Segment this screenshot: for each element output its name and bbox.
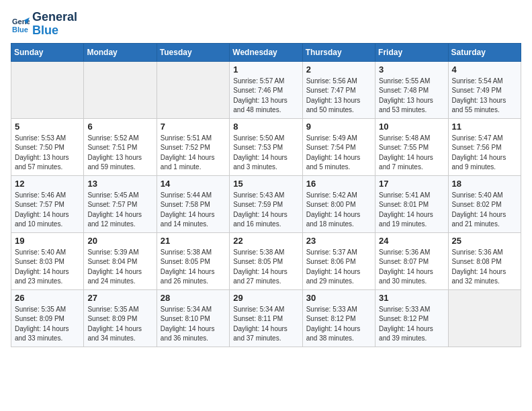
day-number: 16 — [306, 179, 371, 189]
day-info: Sunrise: 5:47 AMSunset: 7:56 PMDaylight:… — [452, 134, 517, 173]
day-info: Sunrise: 5:46 AMSunset: 7:57 PMDaylight:… — [15, 191, 80, 230]
calendar-week-row: 1Sunrise: 5:57 AMSunset: 7:46 PMDaylight… — [11, 61, 521, 118]
calendar-cell: 13Sunrise: 5:45 AMSunset: 7:57 PMDayligh… — [84, 175, 157, 232]
day-info: Sunrise: 5:44 AMSunset: 7:58 PMDaylight:… — [161, 191, 226, 230]
day-number: 17 — [379, 179, 444, 189]
weekday-header: Monday — [84, 43, 157, 61]
weekday-header: Thursday — [302, 43, 375, 61]
day-info: Sunrise: 5:56 AMSunset: 7:47 PMDaylight:… — [306, 77, 371, 116]
calendar-cell: 31Sunrise: 5:33 AMSunset: 8:12 PMDayligh… — [375, 289, 448, 347]
weekday-header: Wednesday — [230, 43, 302, 61]
calendar-cell: 29Sunrise: 5:34 AMSunset: 8:11 PMDayligh… — [230, 289, 302, 347]
day-number: 23 — [306, 236, 371, 246]
day-info: Sunrise: 5:37 AMSunset: 8:06 PMDaylight:… — [306, 248, 371, 287]
day-info: Sunrise: 5:34 AMSunset: 8:11 PMDaylight:… — [233, 305, 298, 344]
day-number: 30 — [306, 293, 371, 303]
calendar-cell: 26Sunrise: 5:35 AMSunset: 8:09 PMDayligh… — [11, 289, 84, 347]
logo-icon: General Blue — [11, 15, 30, 34]
day-number: 28 — [161, 293, 226, 303]
weekday-header: Tuesday — [157, 43, 229, 61]
calendar-cell: 5Sunrise: 5:53 AMSunset: 7:50 PMDaylight… — [11, 118, 84, 175]
day-info: Sunrise: 5:40 AMSunset: 8:03 PMDaylight:… — [15, 248, 80, 287]
day-number: 18 — [452, 179, 517, 189]
weekday-header: Sunday — [11, 43, 84, 61]
day-number: 24 — [379, 236, 444, 246]
calendar-cell: 27Sunrise: 5:35 AMSunset: 8:09 PMDayligh… — [84, 289, 157, 347]
calendar-week-row: 12Sunrise: 5:46 AMSunset: 7:57 PMDayligh… — [11, 175, 521, 232]
day-number: 4 — [452, 64, 517, 75]
calendar-cell: 14Sunrise: 5:44 AMSunset: 7:58 PMDayligh… — [157, 175, 229, 232]
day-number: 20 — [87, 236, 152, 246]
day-info: Sunrise: 5:33 AMSunset: 8:12 PMDaylight:… — [306, 305, 371, 344]
calendar-week-row: 26Sunrise: 5:35 AMSunset: 8:09 PMDayligh… — [11, 289, 521, 347]
day-number: 10 — [379, 122, 444, 132]
day-info: Sunrise: 5:38 AMSunset: 8:05 PMDaylight:… — [233, 248, 298, 287]
calendar-cell: 28Sunrise: 5:34 AMSunset: 8:10 PMDayligh… — [157, 289, 229, 347]
day-number: 27 — [87, 293, 152, 303]
calendar-cell: 10Sunrise: 5:48 AMSunset: 7:55 PMDayligh… — [375, 118, 448, 175]
day-info: Sunrise: 5:35 AMSunset: 8:09 PMDaylight:… — [87, 305, 152, 344]
calendar-cell: 7Sunrise: 5:51 AMSunset: 7:52 PMDaylight… — [157, 118, 229, 175]
day-info: Sunrise: 5:55 AMSunset: 7:48 PMDaylight:… — [379, 77, 444, 116]
calendar-cell: 19Sunrise: 5:40 AMSunset: 8:03 PMDayligh… — [11, 232, 84, 289]
day-info: Sunrise: 5:39 AMSunset: 8:04 PMDaylight:… — [87, 248, 152, 287]
day-number: 25 — [452, 236, 517, 246]
weekday-header-row: SundayMondayTuesdayWednesdayThursdayFrid… — [11, 43, 521, 61]
day-info: Sunrise: 5:34 AMSunset: 8:10 PMDaylight:… — [161, 305, 226, 344]
day-number: 2 — [306, 64, 371, 75]
day-info: Sunrise: 5:57 AMSunset: 7:46 PMDaylight:… — [233, 77, 298, 116]
day-info: Sunrise: 5:36 AMSunset: 8:08 PMDaylight:… — [452, 248, 517, 287]
calendar-cell: 8Sunrise: 5:50 AMSunset: 7:53 PMDaylight… — [230, 118, 302, 175]
day-info: Sunrise: 5:40 AMSunset: 8:02 PMDaylight:… — [452, 191, 517, 230]
day-number: 31 — [379, 293, 444, 303]
day-number: 12 — [15, 179, 80, 189]
calendar-week-row: 5Sunrise: 5:53 AMSunset: 7:50 PMDaylight… — [11, 118, 521, 175]
svg-text:Blue: Blue — [12, 26, 28, 34]
calendar-cell — [448, 289, 521, 347]
day-info: Sunrise: 5:49 AMSunset: 7:54 PMDaylight:… — [306, 134, 371, 173]
calendar-cell: 22Sunrise: 5:38 AMSunset: 8:05 PMDayligh… — [230, 232, 302, 289]
calendar-cell: 9Sunrise: 5:49 AMSunset: 7:54 PMDaylight… — [302, 118, 375, 175]
day-info: Sunrise: 5:52 AMSunset: 7:51 PMDaylight:… — [87, 134, 152, 173]
day-info: Sunrise: 5:42 AMSunset: 8:00 PMDaylight:… — [306, 191, 371, 230]
day-info: Sunrise: 5:33 AMSunset: 8:12 PMDaylight:… — [379, 305, 444, 344]
calendar-cell: 24Sunrise: 5:36 AMSunset: 8:07 PMDayligh… — [375, 232, 448, 289]
weekday-header: Saturday — [448, 43, 521, 61]
calendar-header: General Blue General Blue — [11, 11, 521, 38]
calendar-cell: 4Sunrise: 5:54 AMSunset: 7:49 PMDaylight… — [448, 61, 521, 118]
day-info: Sunrise: 5:53 AMSunset: 7:50 PMDaylight:… — [15, 134, 80, 173]
day-number: 22 — [233, 236, 298, 246]
logo: General Blue General Blue — [11, 11, 77, 38]
day-number: 5 — [15, 122, 80, 132]
day-info: Sunrise: 5:54 AMSunset: 7:49 PMDaylight:… — [452, 77, 517, 116]
calendar-cell: 18Sunrise: 5:40 AMSunset: 8:02 PMDayligh… — [448, 175, 521, 232]
calendar-cell: 16Sunrise: 5:42 AMSunset: 8:00 PMDayligh… — [302, 175, 375, 232]
day-number: 9 — [306, 122, 371, 132]
weekday-header: Friday — [375, 43, 448, 61]
day-info: Sunrise: 5:45 AMSunset: 7:57 PMDaylight:… — [87, 191, 152, 230]
calendar-cell: 3Sunrise: 5:55 AMSunset: 7:48 PMDaylight… — [375, 61, 448, 118]
calendar-cell: 1Sunrise: 5:57 AMSunset: 7:46 PMDaylight… — [230, 61, 302, 118]
day-info: Sunrise: 5:50 AMSunset: 7:53 PMDaylight:… — [233, 134, 298, 173]
calendar-cell: 2Sunrise: 5:56 AMSunset: 7:47 PMDaylight… — [302, 61, 375, 118]
calendar-cell: 17Sunrise: 5:41 AMSunset: 8:01 PMDayligh… — [375, 175, 448, 232]
day-number: 13 — [87, 179, 152, 189]
day-number: 26 — [15, 293, 80, 303]
day-info: Sunrise: 5:48 AMSunset: 7:55 PMDaylight:… — [379, 134, 444, 173]
calendar-cell: 25Sunrise: 5:36 AMSunset: 8:08 PMDayligh… — [448, 232, 521, 289]
day-info: Sunrise: 5:38 AMSunset: 8:05 PMDaylight:… — [161, 248, 226, 287]
calendar-cell: 11Sunrise: 5:47 AMSunset: 7:56 PMDayligh… — [448, 118, 521, 175]
day-number: 15 — [233, 179, 298, 189]
day-info: Sunrise: 5:43 AMSunset: 7:59 PMDaylight:… — [233, 191, 298, 230]
day-number: 3 — [379, 64, 444, 75]
calendar-cell: 20Sunrise: 5:39 AMSunset: 8:04 PMDayligh… — [84, 232, 157, 289]
day-number: 1 — [233, 64, 298, 75]
calendar-cell: 23Sunrise: 5:37 AMSunset: 8:06 PMDayligh… — [302, 232, 375, 289]
day-number: 8 — [233, 122, 298, 132]
calendar-cell: 12Sunrise: 5:46 AMSunset: 7:57 PMDayligh… — [11, 175, 84, 232]
day-info: Sunrise: 5:36 AMSunset: 8:07 PMDaylight:… — [379, 248, 444, 287]
calendar-cell: 15Sunrise: 5:43 AMSunset: 7:59 PMDayligh… — [230, 175, 302, 232]
calendar-cell — [84, 61, 157, 118]
day-number: 29 — [233, 293, 298, 303]
day-info: Sunrise: 5:35 AMSunset: 8:09 PMDaylight:… — [15, 305, 80, 344]
